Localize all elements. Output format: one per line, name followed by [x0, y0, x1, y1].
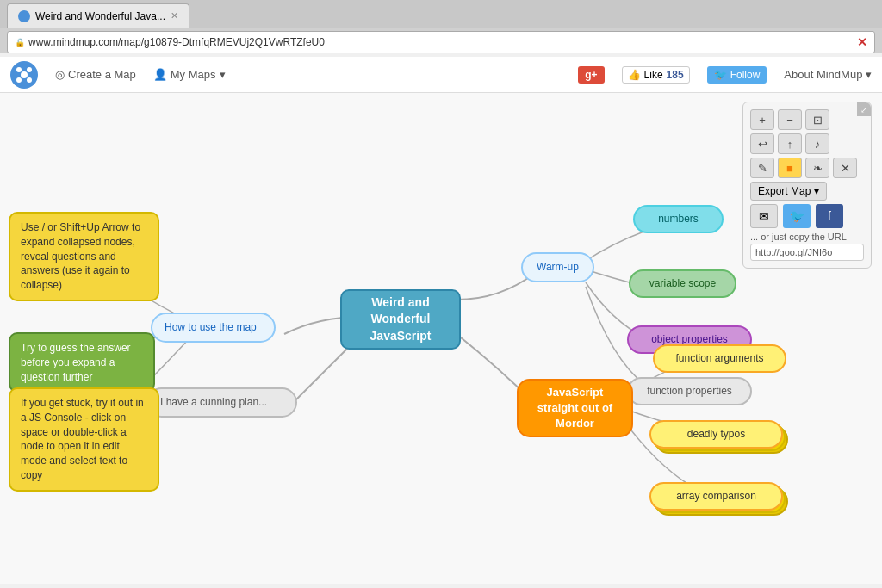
deadly-typos-stack: deadly typos — [649, 420, 783, 449]
mordor-node[interactable]: JavaScript straight out of Mordor — [517, 379, 633, 437]
variable-scope-label: variable scope — [649, 277, 716, 289]
export-arrow: ▾ — [814, 185, 819, 197]
variable-scope-node[interactable]: variable scope — [629, 269, 736, 298]
instruction1-node[interactable]: Use / or Shift+Up Arrow to expand collap… — [9, 212, 159, 301]
numbers-node[interactable]: numbers — [633, 205, 724, 233]
warmup-label: Warm-up — [537, 261, 579, 273]
export-label: Export Map — [758, 185, 811, 197]
my-maps-label: My Maps — [171, 68, 216, 81]
toolbar-row-2: ↩ ↑ ♪ — [750, 133, 864, 154]
mordor-label: JavaScript straight out of Mordor — [525, 385, 624, 432]
zoom-in-button[interactable]: + — [750, 109, 774, 130]
function-arguments-label: function arguments — [675, 352, 763, 364]
address-bar[interactable]: 🔒 www.mindmup.com/map/g10879-DtmfqRMEVUj… — [7, 31, 875, 53]
social-share-row: ✉ 🐦 f — [750, 204, 864, 228]
app-logo — [10, 61, 38, 89]
browser-chrome: Weird and Wonderful Java... ✕ 🔒 www.mind… — [0, 0, 882, 53]
toolbar-panel: ⤢ + − ⊡ ↩ ↑ ♪ ✎ ■ ❧ ✕ Export Map ▾ ✉ — [742, 102, 872, 269]
lock-icon: 🔒 — [15, 38, 25, 47]
center-node[interactable]: Weird and Wonderful JavaScript — [340, 289, 461, 350]
upload-button[interactable]: ↑ — [778, 133, 802, 154]
leaf-button[interactable]: ❧ — [805, 158, 829, 178]
toolbar-collapse-button[interactable]: ⤢ — [857, 102, 871, 116]
address-close-icon[interactable]: ✕ — [857, 35, 867, 49]
zoom-out-button[interactable]: − — [778, 109, 802, 130]
how-to-label: How to use the map — [165, 321, 257, 333]
how-to-node[interactable]: How to use the map — [151, 313, 276, 343]
compass-icon: ◎ — [55, 68, 65, 81]
export-map-button[interactable]: Export Map ▾ — [750, 182, 827, 201]
toolbar-row-1: + − ⊡ — [750, 109, 864, 130]
fit-button[interactable]: ⊡ — [805, 109, 829, 130]
my-maps-nav[interactable]: 👤 My Maps ▾ — [153, 68, 226, 81]
twitter-icon: 🐦 — [714, 69, 727, 81]
like-box[interactable]: 👍 Like 185 — [622, 66, 690, 84]
warmup-node[interactable]: Warm-up — [521, 252, 594, 282]
tab-favicon — [18, 10, 30, 22]
deadly-typos-node[interactable]: deadly typos — [649, 420, 783, 449]
about-label: About MindMup — [784, 68, 862, 81]
app-nav: ◎ Create a Map 👤 My Maps ▾ g+ 👍 Like 185… — [0, 57, 882, 93]
mindmap-canvas: Weird and Wonderful JavaScript How to us… — [0, 93, 882, 584]
numbers-label: numbers — [658, 213, 699, 225]
email-share-button[interactable]: ✉ — [750, 204, 778, 228]
function-arguments-node[interactable]: function arguments — [653, 344, 786, 373]
function-properties-label: function properties — [647, 385, 732, 397]
instruction3-node[interactable]: If you get stuck, try it out in a JS Con… — [9, 387, 159, 492]
twitter-follow-button[interactable]: 🐦 Follow — [707, 66, 767, 84]
function-properties-node[interactable]: function properties — [627, 377, 752, 405]
remove-button[interactable]: ✕ — [833, 158, 857, 178]
array-comparison-node[interactable]: array comparison — [649, 482, 783, 511]
about-mindmup-nav[interactable]: About MindMup ▾ — [784, 68, 872, 81]
instruction2-node[interactable]: Try to guess the answer before you expan… — [9, 332, 155, 393]
facebook-share-button[interactable]: f — [816, 204, 843, 228]
object-properties-label: object properties — [651, 333, 728, 345]
svg-point-2 — [16, 67, 22, 72]
array-comparison-stack: array comparison — [649, 482, 783, 511]
follow-label: Follow — [730, 69, 761, 81]
active-tab[interactable]: Weird and Wonderful Java... ✕ — [7, 3, 189, 28]
thumbs-icon: 👍 — [628, 69, 641, 81]
undo-button[interactable]: ↩ — [750, 133, 774, 154]
tab-title: Weird and Wonderful Java... — [35, 10, 165, 22]
address-text: www.mindmup.com/map/g10879-DtmfqRMEVUj2Q… — [28, 36, 854, 48]
cunning-plan-label: I have a cunning plan... — [160, 396, 267, 408]
array-comparison-label: array comparison — [676, 490, 756, 502]
instruction1-label: Use / or Shift+Up Arrow to expand collap… — [21, 221, 140, 291]
person-icon: 👤 — [153, 68, 167, 81]
instruction3-label: If you get stuck, try it out in a JS Con… — [21, 397, 144, 481]
twitter-share-button[interactable]: 🐦 — [783, 204, 811, 228]
pencil-button[interactable]: ✎ — [750, 158, 774, 178]
about-arrow: ▾ — [866, 68, 872, 81]
my-maps-arrow: ▾ — [220, 68, 226, 81]
svg-point-4 — [16, 77, 22, 83]
color-button[interactable]: ■ — [778, 158, 802, 178]
svg-point-1 — [21, 71, 28, 78]
create-map-nav[interactable]: ◎ Create a Map — [55, 68, 136, 81]
color-icon: ■ — [786, 162, 793, 175]
cunning-plan-node[interactable]: I have a cunning plan... — [146, 387, 297, 418]
copy-url-label: ... or just copy the URL — [750, 232, 864, 242]
toolbar-row-3: ✎ ■ ❧ ✕ — [750, 158, 864, 178]
instruction2-label: Try to guess the answer before you expan… — [21, 342, 131, 383]
like-count: 185 — [667, 69, 684, 81]
google-plus-button[interactable]: g+ — [578, 66, 604, 84]
tab-close-button[interactable]: ✕ — [171, 10, 178, 22]
deadly-typos-label: deadly typos — [687, 428, 745, 440]
svg-point-3 — [27, 67, 32, 72]
toolbar-row-export: Export Map ▾ — [750, 182, 864, 201]
copy-url-box[interactable]: http://goo.gl/JNI6o — [750, 244, 864, 261]
center-node-label: Weird and Wonderful JavaScript — [352, 294, 449, 345]
like-label: Like — [644, 69, 663, 81]
svg-point-5 — [27, 77, 32, 83]
tab-bar: Weird and Wonderful Java... ✕ — [0, 0, 882, 28]
create-map-label: Create a Map — [68, 68, 136, 81]
sound-button[interactable]: ♪ — [805, 133, 829, 154]
